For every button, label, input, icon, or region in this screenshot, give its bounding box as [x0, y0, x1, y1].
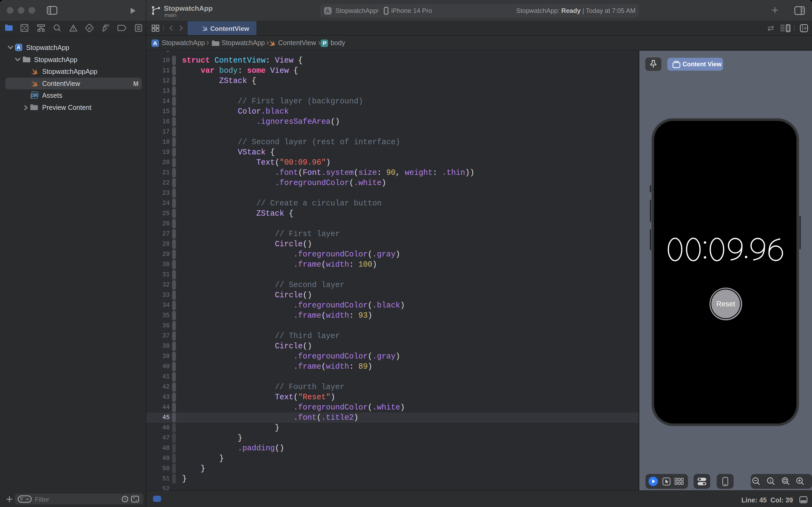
svg-text:1: 1	[769, 479, 771, 483]
